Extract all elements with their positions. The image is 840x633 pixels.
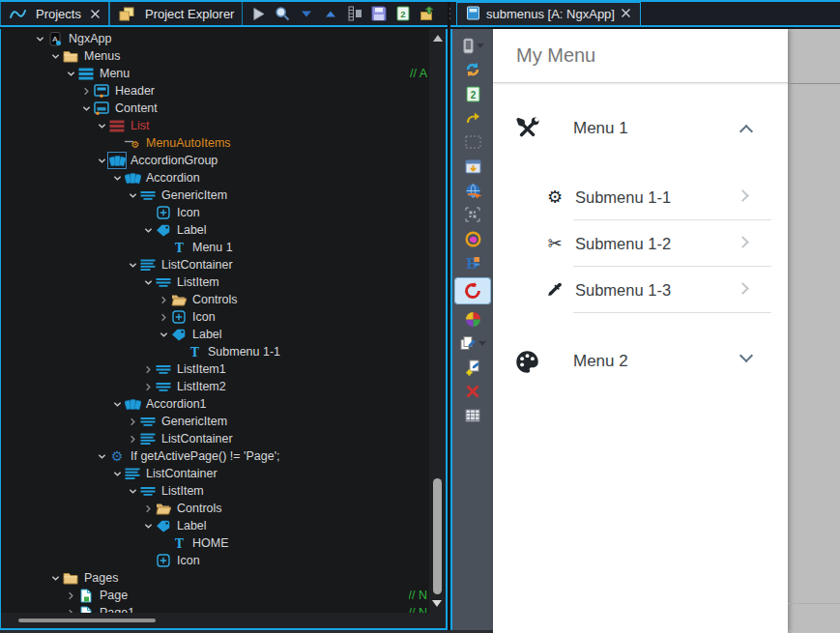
tab-project-explorer[interactable]: Project Explorer	[109, 2, 243, 25]
tree-item[interactable]: Label	[1, 221, 429, 239]
chevron-expanded-icon[interactable]	[111, 174, 124, 183]
film-grid-icon[interactable]	[343, 3, 366, 24]
chevron-collapsed-icon[interactable]	[127, 417, 139, 426]
chevron-right-icon[interactable]	[739, 191, 747, 200]
chevron-down-icon[interactable]	[478, 341, 486, 346]
tree-item[interactable]: THOME	[1, 534, 429, 552]
horizontal-scroll-thumb[interactable]	[18, 619, 156, 622]
chevron-up-icon[interactable]	[741, 122, 751, 136]
table-icon[interactable]	[455, 405, 490, 426]
tree-item[interactable]: ListContainer	[1, 256, 429, 273]
add-style-icon[interactable]	[455, 357, 490, 378]
chevron-expanded-icon[interactable]	[96, 157, 108, 165]
tree-item[interactable]: Icon	[1, 308, 429, 326]
close-icon[interactable]	[621, 7, 631, 21]
vertical-scrollbar[interactable]	[429, 29, 446, 613]
chevron-expanded-icon[interactable]	[49, 52, 62, 61]
tree-item[interactable]: GenericItem	[1, 187, 429, 204]
tree-item[interactable]: ⚙If getActivePage() != 'Page';	[1, 447, 429, 465]
chevron-collapsed-icon[interactable]	[65, 591, 77, 600]
run-icon[interactable]	[246, 3, 270, 24]
chevron-collapsed-icon[interactable]	[158, 296, 170, 304]
chevron-collapsed-icon[interactable]	[142, 383, 155, 391]
chevron-collapsed-icon[interactable]	[158, 313, 170, 322]
tab-submenus[interactable]: submenus [A: NgxApp]	[456, 2, 641, 25]
submenu-item[interactable]: Submenu 1-3	[493, 267, 788, 313]
tree-item[interactable]: ANgxApp	[1, 30, 429, 47]
tree-item[interactable]: ListItem2	[1, 378, 429, 395]
chevron-expanded-icon[interactable]	[65, 70, 77, 78]
tree-item[interactable]: Content	[1, 100, 429, 117]
chevron-expanded-icon[interactable]	[127, 191, 139, 200]
menu-item[interactable]: Menu 1	[493, 104, 788, 153]
chevron-expanded-icon[interactable]	[96, 122, 108, 130]
chevron-expanded-icon[interactable]	[34, 35, 46, 43]
tree-item[interactable]: Accordion	[1, 169, 429, 187]
chevron-expanded-icon[interactable]	[111, 400, 124, 409]
scroll-down-arrow-icon[interactable]	[432, 600, 442, 607]
tree-item[interactable]: Icon	[1, 552, 429, 569]
tree-item[interactable]: ListItem	[1, 273, 429, 291]
chevron-expanded-icon[interactable]	[142, 226, 155, 235]
chevron-collapsed-icon[interactable]	[127, 435, 139, 444]
tree-item[interactable]: GenericItem	[1, 413, 429, 430]
marquee-icon[interactable]	[455, 131, 490, 153]
tree-item[interactable]: Label	[1, 326, 429, 343]
tree-item[interactable]: Label	[1, 517, 429, 534]
tree-item[interactable]: ListItem1	[1, 360, 429, 378]
chevron-expanded-icon[interactable]	[127, 261, 139, 270]
tree-item[interactable]: List	[1, 117, 429, 134]
chevron-collapsed-icon[interactable]	[142, 365, 155, 374]
horizontal-scrollbar[interactable]	[1, 613, 429, 628]
tree-item[interactable]: AccordionGroup	[1, 152, 429, 169]
refresh-page-icon[interactable]: 2	[455, 83, 490, 104]
scroll-up-arrow-icon[interactable]	[433, 35, 443, 42]
chevron-expanded-icon[interactable]	[49, 574, 62, 583]
chevron-collapsed-icon[interactable]	[142, 504, 155, 513]
tab-projects[interactable]: Projects	[0, 2, 109, 25]
chevron-expanded-icon[interactable]	[127, 487, 139, 496]
chevron-expanded-icon[interactable]	[80, 104, 93, 113]
chevron-expanded-icon[interactable]	[96, 452, 108, 461]
sort-up-icon[interactable]	[319, 3, 342, 24]
tree-item[interactable]: ListContainer	[1, 430, 429, 447]
tree-item[interactable]: Page1// N	[1, 604, 429, 613]
refresh-doc-icon[interactable]: 2	[391, 3, 415, 24]
tree-item[interactable]: Controls	[1, 291, 429, 308]
copy-style-icon[interactable]	[455, 332, 490, 354]
chevron-collapsed-icon[interactable]	[80, 87, 93, 96]
publish-globe-icon[interactable]	[455, 180, 490, 201]
search-icon[interactable]	[271, 3, 294, 24]
device-icon[interactable]	[455, 35, 490, 56]
tree-item[interactable]: Accordion1	[1, 395, 429, 413]
tree-item[interactable]: ListContainer	[1, 465, 429, 482]
tree-item[interactable]: Controls	[1, 500, 429, 517]
tree-item[interactable]: TMenu 1	[1, 239, 429, 256]
close-icon[interactable]	[90, 9, 101, 19]
tree-item[interactable]: Menus	[1, 47, 429, 65]
sort-down-icon[interactable]	[295, 3, 318, 24]
chevron-right-icon[interactable]	[739, 238, 747, 246]
scan-icon[interactable]	[455, 204, 490, 225]
tree-item[interactable]: Icon	[1, 204, 429, 221]
tree-item[interactable]: Pages	[1, 569, 429, 587]
chevron-expanded-icon[interactable]	[158, 331, 170, 339]
tree-item[interactable]: Menu// A	[1, 65, 429, 82]
tree-item[interactable]: TSubmenu 1-1	[1, 343, 429, 360]
tree-item[interactable]: ⚙MenuAutoItems	[1, 134, 429, 152]
menu-item[interactable]: Menu 2	[493, 337, 788, 386]
chevron-expanded-icon[interactable]	[142, 522, 155, 531]
chevron-right-icon[interactable]	[739, 284, 747, 293]
tree-item[interactable]: Header	[1, 82, 429, 100]
sync-icon[interactable]	[455, 59, 490, 80]
chevron-expanded-icon[interactable]	[142, 278, 155, 287]
globe-style-icon[interactable]	[455, 228, 490, 249]
theme-pie-icon[interactable]	[455, 308, 490, 330]
import-window-icon[interactable]	[455, 156, 490, 177]
tree-item[interactable]: Page// N	[1, 587, 429, 604]
delete-icon[interactable]	[455, 381, 490, 402]
rotate-icon[interactable]	[455, 278, 490, 303]
save-icon[interactable]	[367, 3, 391, 24]
chevron-expanded-icon[interactable]	[111, 470, 124, 478]
vertical-scroll-thumb[interactable]	[433, 478, 442, 594]
